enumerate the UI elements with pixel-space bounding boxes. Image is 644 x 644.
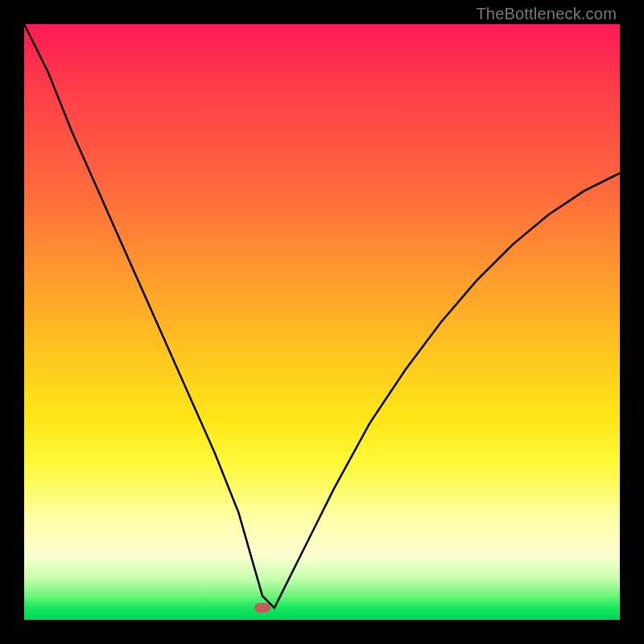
bottleneck-curve [24, 24, 620, 608]
curve-svg [24, 24, 620, 620]
plot-area [24, 24, 620, 620]
watermark-text: TheBottleneck.com [476, 5, 617, 23]
chart-frame: TheBottleneck.com [0, 0, 644, 644]
optimal-point-marker [254, 603, 270, 613]
